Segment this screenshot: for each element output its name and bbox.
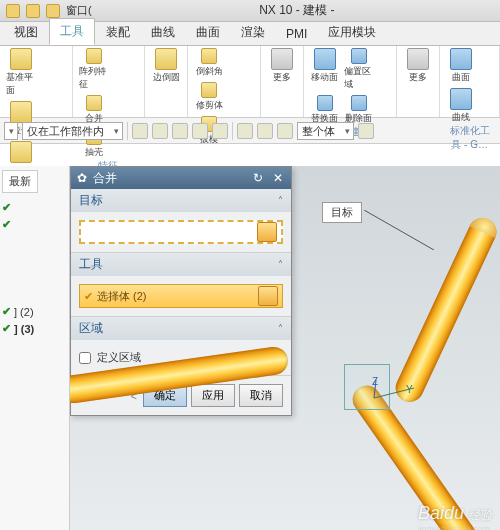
offset-region-button[interactable]: 偏置区域 — [344, 48, 374, 91]
check-icon: ✔ — [2, 201, 11, 214]
check-icon: ✔ — [2, 305, 11, 318]
app-title: NX 10 - 建模 - — [100, 2, 494, 19]
trim-body-button[interactable]: 修剪体 — [194, 82, 224, 112]
nav-row[interactable]: ✔ — [2, 216, 67, 233]
dialog-title: 合并 — [93, 170, 117, 187]
pattern-feature-button[interactable]: 阵列特征 — [79, 48, 109, 91]
check-icon: ✔ — [2, 322, 11, 335]
ribbon-group-edge: 边倒圆 — [145, 46, 188, 117]
tab-appmod[interactable]: 应用模块 — [318, 20, 386, 45]
menu-dropdown[interactable] — [4, 122, 18, 140]
more-button[interactable]: 更多 — [403, 48, 433, 84]
axis-y-label: Y — [406, 384, 413, 395]
check-icon: ✔ — [84, 290, 93, 303]
qat-icon[interactable] — [6, 4, 20, 18]
graphics-viewport[interactable]: ✿ 合并 ↻ ✕ 目标˄ 工具˄ ✔ — [70, 166, 500, 530]
tube-body[interactable] — [391, 213, 500, 406]
reset-icon[interactable]: ↻ — [251, 171, 265, 185]
tab-curve[interactable]: 曲线 — [141, 20, 185, 45]
edge-blend-button[interactable]: 边倒圆 — [151, 48, 181, 84]
close-icon[interactable]: ✕ — [271, 171, 285, 185]
nav-tab-latest[interactable]: 最新 — [2, 170, 38, 193]
toolbar-icon[interactable] — [277, 123, 293, 139]
body-filter-dropdown[interactable]: 整个体 — [297, 122, 354, 140]
ribbon-group-trim: 倒斜角 修剪体 拔模 — [188, 46, 261, 117]
toolbar-icon[interactable] — [212, 123, 228, 139]
unite-button[interactable]: 合并 — [79, 95, 109, 125]
qat-icon[interactable] — [26, 4, 40, 18]
watermark-url: jingyan.baidu.com — [417, 524, 490, 530]
surface-button[interactable]: 曲面 — [446, 48, 476, 84]
ribbon-tabs: 视图 工具 装配 曲线 曲面 渲染 PMI 应用模块 — [0, 22, 500, 46]
gear-icon: ✿ — [77, 171, 87, 185]
tab-pmi[interactable]: PMI — [276, 23, 317, 45]
tab-render[interactable]: 渲染 — [231, 20, 275, 45]
move-face-button[interactable]: 移动面 — [310, 48, 340, 91]
toolbar-icon[interactable] — [192, 123, 208, 139]
quick-access-toolbar: 窗口( — [6, 3, 92, 18]
nav-row[interactable]: ✔] (3) — [2, 320, 67, 337]
ribbon-group-feature: 阵列特征 合并 抽壳 特征 — [73, 46, 146, 117]
toolbar-icon[interactable] — [358, 123, 374, 139]
axis-z-label: Z — [372, 376, 378, 387]
toolbar-icon[interactable] — [237, 123, 253, 139]
model-geometry[interactable] — [140, 200, 500, 530]
check-icon: ✔ — [2, 218, 11, 231]
ribbon-group-std: 曲面 曲线 标准化工具 - G… — [440, 46, 500, 117]
tab-view[interactable]: 视图 — [4, 20, 48, 45]
work-area: 最新 ✔ ✔ ✔] (2) ✔] (3) ✿ 合并 ↻ ✕ 目标˄ — [0, 166, 500, 530]
toolbar-icon[interactable] — [132, 123, 148, 139]
ribbon-group-sync: 移动面 偏置区域 替换面 删除面 同步建模 — [304, 46, 397, 117]
watermark: Baidu经验 — [418, 503, 492, 524]
curve-button[interactable]: 曲线 — [446, 88, 476, 124]
toolbar-icon[interactable] — [257, 123, 273, 139]
ribbon: 基准平面 拉伸 孔 阵列特征 合并 抽壳 特征 边倒圆 倒斜角 修剪体 拔模 更… — [0, 46, 500, 118]
tab-tools[interactable]: 工具 — [49, 18, 95, 45]
scope-dropdown[interactable]: 仅在工作部件内 — [22, 122, 123, 140]
nav-row[interactable]: ✔] (2) — [2, 303, 67, 320]
tab-assembly[interactable]: 装配 — [96, 20, 140, 45]
qat-icon[interactable] — [46, 4, 60, 18]
toolbar-icon[interactable] — [172, 123, 188, 139]
chamfer-button[interactable]: 倒斜角 — [194, 48, 224, 78]
datum-plane-button[interactable]: 基准平面 — [6, 48, 36, 97]
ribbon-group-more2: 更多 — [397, 46, 440, 117]
part-navigator: 最新 ✔ ✔ ✔] (2) ✔] (3) — [0, 166, 70, 530]
tab-surface[interactable]: 曲面 — [186, 20, 230, 45]
dialog-titlebar[interactable]: ✿ 合并 ↻ ✕ — [71, 167, 291, 189]
nav-row[interactable]: ✔ — [2, 199, 67, 216]
toolbar-icon[interactable] — [152, 123, 168, 139]
checkbox-label: 定义区域 — [97, 350, 141, 365]
delete-face-button[interactable]: 删除面 — [344, 95, 374, 125]
window-menu[interactable]: 窗口( — [66, 3, 92, 18]
replace-face-button[interactable]: 替换面 — [310, 95, 340, 125]
ribbon-group-more1: 更多 — [261, 46, 304, 117]
more-button[interactable]: 更多 — [267, 48, 297, 84]
checkbox-input[interactable] — [79, 352, 91, 364]
ribbon-group-base: 基准平面 拉伸 孔 — [0, 46, 73, 117]
group-label: 标准化工具 - G… — [446, 124, 493, 152]
